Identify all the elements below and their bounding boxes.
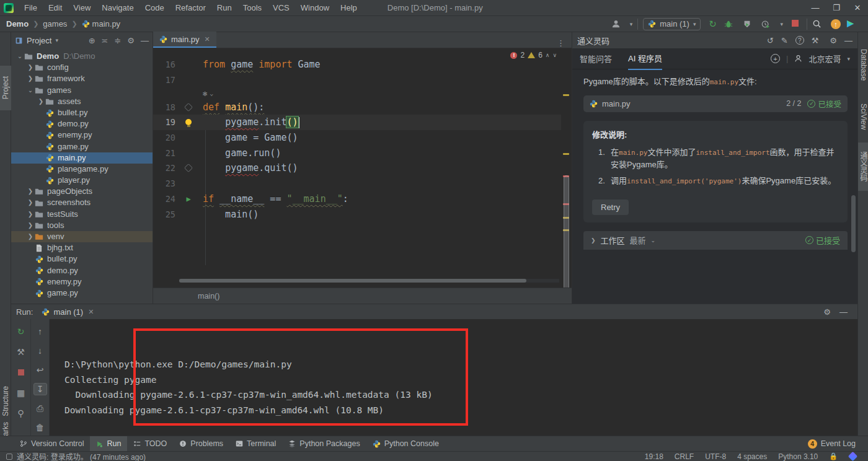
- profiler-chevron-icon[interactable]: ▾: [780, 21, 783, 27]
- tree-item-demo-py[interactable]: demo.py: [11, 265, 153, 276]
- tree-item-main-py[interactable]: main.py: [11, 152, 153, 164]
- tree-item-tools[interactable]: ❯tools: [11, 220, 153, 231]
- tree-item-bjhg-txt[interactable]: bjhg.txt: [11, 242, 153, 253]
- tool-window-button-todo[interactable]: TODO: [127, 436, 173, 452]
- clear-all-icon[interactable]: 🗑: [33, 421, 47, 434]
- run-config-combo[interactable]: main (1) ▾: [643, 18, 701, 30]
- run-line-icon[interactable]: ▶: [179, 195, 198, 203]
- warning-mark[interactable]: [563, 153, 569, 155]
- code-line-16[interactable]: 16from game import Game: [153, 57, 561, 72]
- pin-tab-icon[interactable]: ⚲: [14, 407, 28, 419]
- up-stack-trace-icon[interactable]: ↑: [33, 325, 47, 338]
- tree-chevron-icon[interactable]: ❯: [27, 231, 34, 242]
- expand-chevron-icon[interactable]: ❯: [591, 237, 596, 244]
- run-tab-main[interactable]: main (1) ✕: [38, 307, 97, 317]
- tree-item-bullet-py[interactable]: bullet.py: [11, 253, 153, 265]
- tab-close-icon[interactable]: ✕: [205, 35, 210, 43]
- code-line-20[interactable]: 20 game = Game(): [153, 130, 561, 146]
- search-everywhere-icon[interactable]: [812, 19, 826, 29]
- status-item[interactable]: UTF-8: [705, 452, 726, 461]
- status-item[interactable]: 19:18: [645, 452, 663, 461]
- profiler-button[interactable]: [761, 20, 775, 29]
- assistant-status-icon[interactable]: [848, 452, 858, 461]
- run-tab-close-icon[interactable]: ✕: [88, 308, 94, 316]
- tree-chevron-icon[interactable]: ❯: [27, 220, 34, 231]
- tool-button-database[interactable]: Database: [858, 37, 868, 93]
- run-hide-icon[interactable]: —: [839, 307, 848, 317]
- tree-chevron-icon[interactable]: ⌄: [16, 51, 24, 62]
- tree-chevron-icon[interactable]: ❯: [27, 186, 34, 197]
- project-view-selector[interactable]: Project ▾: [15, 36, 58, 45]
- collapse-all-icon[interactable]: ≑: [114, 36, 121, 45]
- coverage-button[interactable]: [743, 20, 756, 29]
- tab-smart-qa[interactable]: 智能问答: [580, 48, 612, 69]
- menu-run[interactable]: Run: [211, 0, 237, 16]
- tree-item-enemy-py[interactable]: enemy.py: [11, 276, 153, 288]
- tree-item-venv[interactable]: ❯venv: [11, 231, 153, 242]
- tool-window-button-python-packages[interactable]: Python Packages: [282, 436, 366, 452]
- panel-scrollbar[interactable]: [851, 195, 856, 252]
- tree-item-demo-py[interactable]: demo.py: [11, 118, 153, 130]
- tool-window-button-problems[interactable]: Problems: [173, 436, 229, 452]
- minimize-button[interactable]: —: [805, 0, 826, 16]
- user-menu-chevron-icon[interactable]: ▾: [630, 21, 633, 27]
- hide-panel-icon[interactable]: —: [141, 36, 149, 45]
- breadcrumb-file[interactable]: main.py: [92, 19, 121, 29]
- tree-chevron-icon[interactable]: ❯: [27, 62, 34, 73]
- menu-file[interactable]: File: [19, 0, 43, 16]
- code-line-25[interactable]: 25 main(): [153, 206, 561, 222]
- tree-item-pageobjects[interactable]: ❯pageObjects: [11, 186, 153, 197]
- menu-navigate[interactable]: Navigate: [96, 0, 139, 16]
- down-stack-trace-icon[interactable]: ↓: [33, 345, 47, 357]
- tab-ai-programmer[interactable]: AI 程序员: [628, 47, 662, 70]
- code-editor[interactable]: 16from game import Game17✻⌄18def main():…: [153, 57, 561, 222]
- tree-item-enemy-py[interactable]: enemy.py: [11, 130, 153, 141]
- tree-chevron-icon[interactable]: ❯: [27, 73, 34, 84]
- tree-chevron-icon[interactable]: ❯: [27, 197, 34, 208]
- tree-item-games[interactable]: ⌄games: [11, 85, 153, 96]
- tree-chevron-icon[interactable]: ❯: [27, 209, 34, 220]
- code-line-21[interactable]: 21 game.run(): [153, 145, 561, 160]
- project-settings-gear-icon[interactable]: ⚙: [127, 36, 135, 45]
- fold-marker-icon[interactable]: [179, 104, 198, 110]
- retry-button[interactable]: Retry: [592, 200, 629, 215]
- tree-item-demo[interactable]: ⌄DemoD:\Demo: [11, 51, 153, 62]
- status-item[interactable]: Python 3.10: [778, 452, 818, 461]
- new-session-plus-icon[interactable]: +: [771, 54, 780, 63]
- wrench-icon[interactable]: ⚒: [812, 36, 819, 45]
- tool-button-sciview[interactable]: SciView: [858, 94, 868, 139]
- code-line-22[interactable]: 22 pygame.quit(): [153, 160, 561, 176]
- editor-breadcrumb[interactable]: main(): [153, 288, 572, 304]
- lock-icon[interactable]: 🔒: [829, 452, 838, 460]
- tool-window-button-python-console[interactable]: Python Console: [366, 436, 445, 452]
- tool-window-button-terminal[interactable]: Terminal: [229, 436, 282, 452]
- horizontal-scrollbar-thumb[interactable]: [179, 279, 526, 283]
- rerun-button[interactable]: ↻: [14, 325, 28, 338]
- tree-item-framework[interactable]: ❯framework: [11, 73, 153, 84]
- run-settings-gear-icon[interactable]: ⚙: [823, 307, 831, 317]
- tool-window-button-run[interactable]: Run: [90, 436, 127, 452]
- breadcrumb-folder[interactable]: games: [43, 19, 67, 29]
- tree-item-bullet-py[interactable]: bullet.py: [11, 107, 153, 118]
- help-icon[interactable]: ?: [795, 36, 804, 45]
- latest-chevron-icon[interactable]: ⌄: [651, 237, 656, 244]
- tree-item-assets[interactable]: ❯assets: [11, 96, 153, 107]
- menu-view[interactable]: View: [68, 0, 96, 16]
- code-line-23[interactable]: 23: [153, 176, 561, 191]
- code-line-24[interactable]: 24▶if __name__ == "__main__":: [153, 191, 561, 207]
- tree-item-config[interactable]: ❯config: [11, 62, 153, 73]
- tree-item-game-py[interactable]: game.py: [11, 141, 153, 152]
- tree-item-testsuits[interactable]: ❯testSuits: [11, 209, 153, 220]
- gear-icon[interactable]: ⚙: [830, 36, 837, 45]
- horizontal-scrollbar-track[interactable]: [179, 279, 559, 283]
- stop-button[interactable]: [788, 19, 802, 29]
- editor-options-kebab-icon[interactable]: ⋮: [551, 38, 572, 48]
- breadcrumb-project[interactable]: Demo: [6, 19, 29, 29]
- restore-layout-icon[interactable]: ▦: [14, 387, 28, 399]
- tree-chevron-icon[interactable]: ❯: [37, 96, 45, 107]
- editor-tab-main-py[interactable]: main.py ✕: [153, 32, 216, 48]
- menu-refactor[interactable]: Refactor: [170, 0, 211, 16]
- event-log-button[interactable]: 4 Event Log: [808, 439, 868, 449]
- tree-item-planegame-py[interactable]: planegame.py: [11, 164, 153, 175]
- maximize-button[interactable]: ❐: [826, 0, 847, 16]
